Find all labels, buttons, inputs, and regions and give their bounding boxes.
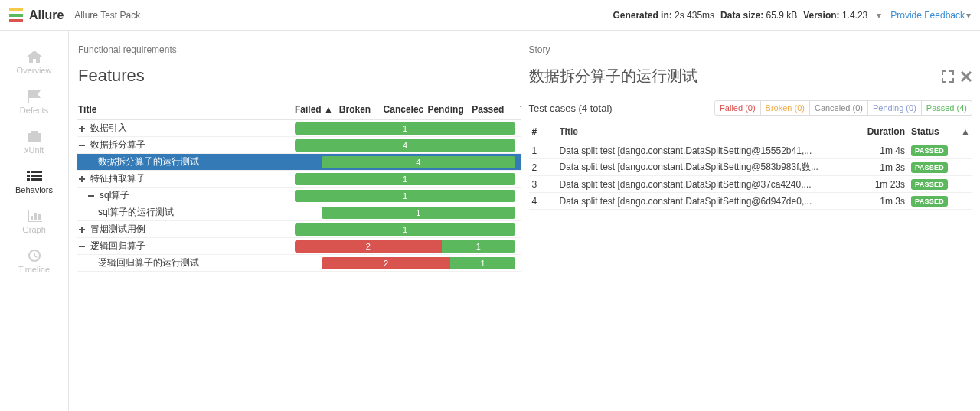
minus-icon <box>78 142 86 149</box>
sidebar: Overview Defects xUnit Behaviors Graph T… <box>0 31 69 411</box>
plus-icon <box>78 226 86 233</box>
close-icon[interactable] <box>960 70 972 83</box>
features-heading: Features <box>78 66 521 86</box>
tc-row[interactable]: 4 Data split test [dango.constant.DataSp… <box>529 193 973 210</box>
svg-rect-10 <box>31 178 42 181</box>
story-title: 数据拆分算子的运行测试 <box>529 66 942 86</box>
chart-icon <box>27 210 42 222</box>
tc-table-head: # Title Duration Status ▲ <box>529 122 973 142</box>
list-icon <box>27 170 42 182</box>
feature-row[interactable]: 数据引入 1 1 <box>77 120 521 137</box>
briefcase-icon <box>27 130 42 142</box>
plus-icon <box>78 175 86 183</box>
filter-pending[interactable]: Pending (0) <box>868 101 922 115</box>
breadcrumb: Functional requirements <box>78 44 521 55</box>
head-passed[interactable]: Passed <box>472 104 515 115</box>
content: Functional requirements Features Title F… <box>69 31 980 411</box>
brand-label: Allure <box>29 8 64 22</box>
story-label: Story <box>529 44 973 55</box>
topbar-right: Generated in: 2s 435ms Data size: 65.9 k… <box>612 10 971 21</box>
nav-behaviors[interactable]: Behaviors <box>0 162 68 202</box>
svg-rect-8 <box>31 175 42 177</box>
filter-bar: Failed (0) Broken (0) Canceled (0) Pendi… <box>714 100 972 116</box>
nav-graph[interactable]: Graph <box>0 202 68 242</box>
tc-row[interactable]: 1 Data split test [dango.constant.DataSp… <box>529 142 973 159</box>
feature-row[interactable]: sql算子的运行测试 1 1 <box>77 204 521 221</box>
head-pending[interactable]: Pending <box>427 104 471 115</box>
feature-row-selected[interactable]: 数据拆分算子的运行测试 4 4 <box>77 154 521 171</box>
svg-rect-9 <box>27 178 30 181</box>
testcases-label: Test cases (4 total) <box>529 103 612 114</box>
feature-row[interactable]: 数据拆分算子 4 4 <box>77 137 521 154</box>
head-failed[interactable]: Failed ▲ <box>295 104 338 115</box>
tc-row[interactable]: 2 Data split test [dango.constant.DataSp… <box>529 159 973 176</box>
tc-head-title[interactable]: Title <box>560 126 866 137</box>
status-badge: PASSED <box>911 145 948 156</box>
generated-label: Generated in: <box>612 10 671 21</box>
svg-rect-11 <box>31 216 33 220</box>
feature-row[interactable]: 逻辑回归算子的运行测试 21 3 <box>77 255 521 272</box>
subtitle-label: Allure Test Pack <box>74 10 140 21</box>
allure-logo-icon <box>9 8 23 22</box>
generated-value: 2s 435ms <box>675 10 714 21</box>
tc-head-duration[interactable]: Duration <box>865 126 911 137</box>
tc-head-arrow[interactable]: ▲ <box>959 126 972 137</box>
nav-timeline[interactable]: Timeline <box>0 242 68 282</box>
svg-rect-12 <box>34 213 37 220</box>
svg-rect-13 <box>38 214 41 220</box>
feature-row[interactable]: 特征抽取算子 1 1 <box>77 171 521 188</box>
filter-failed[interactable]: Failed (0) <box>715 101 760 115</box>
svg-rect-5 <box>27 171 30 173</box>
clock-icon <box>27 250 42 262</box>
head-broken[interactable]: Broken <box>339 104 383 115</box>
svg-rect-3 <box>28 133 41 142</box>
version-value: 1.4.23 <box>842 10 867 21</box>
version-label: Version: <box>803 10 839 21</box>
feature-row[interactable]: 逻辑回归算子 21 3 <box>77 238 521 255</box>
story-panel: Story 数据拆分算子的运行测试 Test cases (4 total) F… <box>521 31 981 411</box>
tc-head-num[interactable]: # <box>529 126 560 137</box>
filter-canceled[interactable]: Canceled (0) <box>810 101 868 115</box>
feature-row[interactable]: 冒烟测试用例 1 1 <box>77 221 521 238</box>
minus-icon <box>78 243 86 250</box>
plus-icon <box>78 125 86 132</box>
nav-defects[interactable]: Defects <box>0 83 68 122</box>
svg-rect-6 <box>31 171 42 173</box>
home-icon <box>27 51 42 63</box>
filter-broken[interactable]: Broken (0) <box>761 101 810 115</box>
status-badge: PASSED <box>911 162 948 173</box>
feedback-link[interactable]: Provide Feedback▾ <box>890 10 971 21</box>
tc-head-status[interactable]: Status <box>911 126 959 137</box>
svg-rect-7 <box>27 175 30 177</box>
svg-rect-4 <box>31 131 38 133</box>
main: Overview Defects xUnit Behaviors Graph T… <box>0 31 980 411</box>
datasize-label: Data size: <box>720 10 763 21</box>
status-badge: PASSED <box>911 179 948 190</box>
head-title[interactable]: Title <box>77 104 295 115</box>
expand-icon[interactable] <box>942 70 954 83</box>
status-badge: PASSED <box>911 196 948 207</box>
head-canceled[interactable]: Cancelec <box>384 104 427 115</box>
svg-rect-0 <box>9 8 23 11</box>
filter-passed[interactable]: Passed (4) <box>922 101 972 115</box>
features-panel: Functional requirements Features Title F… <box>69 31 521 411</box>
feature-row[interactable]: sql算子 1 1 <box>77 188 521 204</box>
tc-row[interactable]: 3 Data split test [dango.constant.DataSp… <box>529 176 973 193</box>
nav-xunit[interactable]: xUnit <box>0 122 68 162</box>
flag-icon <box>27 90 42 103</box>
features-table-head: Title Failed ▲ Broken Cancelec Pending P… <box>77 99 521 120</box>
topbar: Allure Allure Test Pack Generated in: 2s… <box>0 0 980 31</box>
nav-overview[interactable]: Overview <box>0 43 68 83</box>
datasize-value: 65.9 kB <box>766 10 797 21</box>
head-total[interactable]: Total <box>515 104 521 115</box>
svg-rect-1 <box>9 14 23 17</box>
minus-icon <box>87 192 95 200</box>
version-dropdown-icon[interactable]: ▾ <box>874 10 884 21</box>
svg-rect-2 <box>9 19 23 22</box>
